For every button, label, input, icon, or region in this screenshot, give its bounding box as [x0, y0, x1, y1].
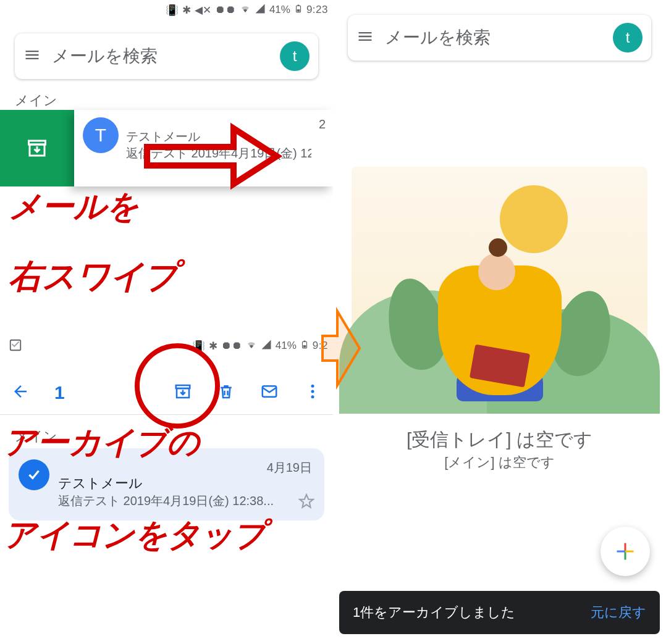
menu-icon[interactable] — [356, 28, 374, 48]
bluetooth-icon: ✱ — [182, 4, 191, 17]
swipe-archive-action[interactable] — [0, 110, 74, 186]
mute-icon: ◀✕ — [195, 4, 211, 17]
search-bar[interactable]: メールを検索 t — [348, 15, 651, 61]
svg-point-12 — [311, 384, 314, 387]
search-bar[interactable]: メールを検索 t — [15, 33, 318, 79]
email-date: 4月19日 — [267, 459, 312, 476]
account-avatar[interactable]: t — [280, 41, 310, 71]
menu-icon[interactable] — [23, 46, 41, 66]
svg-rect-17 — [617, 551, 626, 553]
svg-rect-2 — [298, 4, 299, 6]
svg-rect-16 — [625, 551, 626, 560]
svg-point-13 — [311, 390, 314, 393]
svg-rect-15 — [625, 543, 626, 552]
battery-icon — [300, 338, 309, 354]
svg-rect-7 — [304, 340, 305, 341]
selected-check-icon[interactable] — [19, 459, 49, 490]
section-label-main: メイン — [15, 91, 57, 110]
clock: 9:23 — [306, 4, 328, 16]
annotation-text-1: メールを — [9, 190, 139, 222]
vibrate-icon: 📳 — [166, 4, 179, 17]
empty-state-subtitle: [メイン] は空です — [333, 453, 666, 472]
annotation-arrow-orange-icon — [319, 305, 363, 394]
status-bar: 📳 ✱ ⏺⏺ 41% 9:2 — [192, 336, 328, 356]
signal-icon — [261, 339, 272, 353]
empty-state-illustration — [352, 167, 647, 414]
screenshot-indicator-icon — [9, 338, 22, 354]
account-avatar[interactable]: t — [613, 23, 643, 52]
wifi-icon — [246, 339, 257, 353]
signal-icon — [255, 3, 266, 17]
email-snippet: 返信テスト 2019年4月19日(金) 12:38... — [58, 493, 314, 509]
mark-unread-button[interactable] — [260, 382, 279, 403]
annotation-text-2: 右スワイプ — [9, 259, 178, 293]
screenshot-inbox-swipe: 📳 ✱ ◀✕ ⏺⏺ 41% 9:23 メールを検索 t メイン T — [0, 0, 333, 333]
back-button[interactable] — [11, 382, 30, 403]
search-bar-container: メールを検索 t — [15, 33, 318, 79]
star-button[interactable] — [298, 493, 314, 512]
battery-icon — [294, 2, 303, 18]
search-placeholder: メールを検索 — [385, 26, 602, 49]
svg-rect-6 — [303, 345, 306, 348]
snackbar-message: 1件をアーカイブしました — [353, 603, 515, 622]
plus-icon — [614, 540, 636, 562]
annotation-text-4: アイコンをタップ — [4, 519, 266, 551]
annotation-text-3: アーカイブの — [4, 426, 200, 458]
snackbar-undo-button[interactable]: 元に戻す — [591, 603, 646, 622]
empty-state-title: [受信トレイ] は空です — [333, 427, 666, 453]
thread-count: 2 — [319, 117, 326, 179]
annotation-circle-icon — [135, 343, 220, 429]
battery-pct: 41% — [269, 4, 290, 16]
selection-count: 1 — [54, 382, 65, 403]
status-bar: 📳 ✱ ◀✕ ⏺⏺ 41% 9:23 — [166, 0, 328, 20]
voicemail-icon: ⏺⏺ — [221, 340, 242, 352]
screenshot-empty-inbox: メールを検索 t [受信トレイ] は空です [メイン] は空です 1件をアーカイ… — [333, 0, 666, 644]
snackbar: 1件をアーカイブしました 元に戻す — [339, 591, 660, 634]
email-subject: テストメール — [58, 474, 314, 493]
annotation-arrow-right-icon — [141, 122, 283, 193]
sender-avatar: T — [83, 117, 119, 153]
svg-point-14 — [311, 395, 314, 398]
search-bar-container: メールを検索 t — [348, 15, 651, 61]
voicemail-icon: ⏺⏺ — [215, 4, 236, 16]
svg-rect-1 — [297, 9, 300, 12]
bluetooth-icon: ✱ — [209, 340, 217, 353]
svg-rect-18 — [625, 551, 634, 553]
search-placeholder: メールを検索 — [52, 44, 269, 68]
wifi-icon — [240, 3, 251, 17]
battery-pct: 41% — [276, 340, 297, 352]
compose-fab[interactable] — [601, 527, 650, 576]
